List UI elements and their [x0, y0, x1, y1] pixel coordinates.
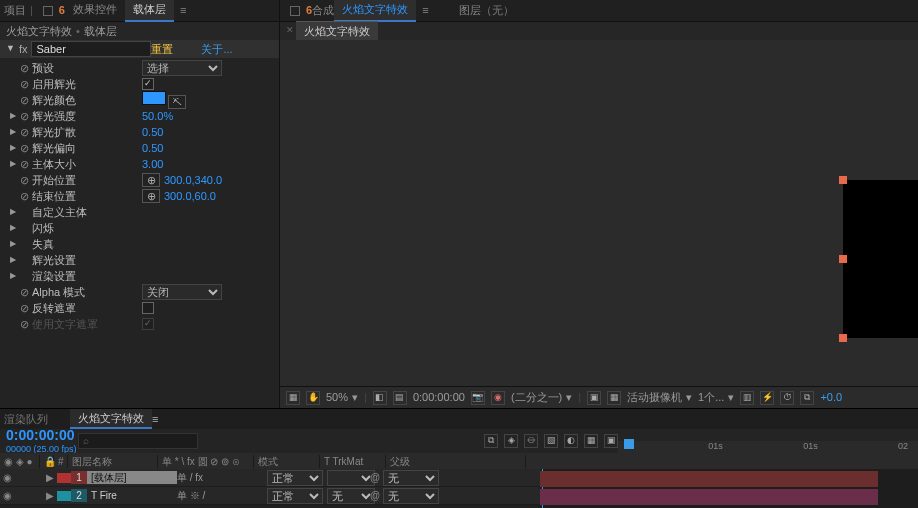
label-color[interactable]	[57, 491, 71, 501]
blend-mode[interactable]: 正常	[267, 488, 323, 504]
layer-switches[interactable]: 单 ※ /	[177, 489, 267, 502]
prop-开始位置: ⊘开始位置⊕300.0,340.0	[0, 172, 279, 188]
time-ruler[interactable]: 01s 01s 02	[618, 441, 918, 455]
comp-tab[interactable]: 火焰文字特效	[334, 0, 416, 22]
alpha-icon[interactable]: ▤	[393, 391, 407, 405]
stopwatch-icon[interactable]: ⊘	[20, 301, 32, 315]
prop-辉光设置[interactable]: ▶辉光设置	[0, 252, 279, 268]
comp-sub-tab[interactable]: 火焰文字特效	[296, 21, 378, 40]
color-well[interactable]	[142, 91, 166, 105]
exposure-value[interactable]: +0.0	[820, 390, 842, 404]
grid-icon[interactable]: ▦	[286, 391, 300, 405]
prop-label: 自定义主体	[32, 205, 142, 219]
visibility-toggle[interactable]: ◉	[0, 471, 15, 484]
panel-menu-icon[interactable]: ≡	[152, 412, 158, 426]
transparency-icon[interactable]: ▦	[607, 391, 621, 405]
layer-switches[interactable]: 单 / fx	[177, 471, 267, 484]
draft3d-icon[interactable]: ◈	[504, 434, 518, 448]
label-color[interactable]	[57, 473, 71, 483]
stopwatch-icon[interactable]: ⊘	[20, 61, 32, 75]
prop-value[interactable]: 3.00	[142, 157, 163, 171]
hand-icon[interactable]: ✋	[306, 391, 320, 405]
effect-about[interactable]: 关于...	[201, 42, 232, 56]
camera-field[interactable]: 活动摄像机▾	[627, 390, 692, 404]
prop-辉光颜色: ⊘辉光颜色⛏	[0, 92, 279, 108]
fast-preview-icon[interactable]: ⚡	[760, 391, 774, 405]
stopwatch-icon[interactable]: ⊘	[20, 173, 32, 187]
current-time-display[interactable]: 0:00:00:00	[0, 426, 64, 444]
effect-saber-header[interactable]: ▼ fx Saber 重置 关于...	[0, 40, 279, 58]
layer-name[interactable]: [载体层]	[87, 471, 177, 484]
brainstorm-icon[interactable]: ▣	[604, 434, 618, 448]
eyedropper-icon[interactable]: ⛏	[168, 95, 186, 109]
prop-value[interactable]: 关闭	[142, 284, 222, 300]
motion-blur-icon[interactable]: ◐	[564, 434, 578, 448]
pickwhip-icon[interactable]: @	[367, 471, 383, 484]
comp-viewer[interactable]	[280, 40, 918, 386]
prop-value[interactable]	[142, 302, 154, 314]
frame-blend-icon[interactable]: ▧	[544, 434, 558, 448]
panel-menu-icon[interactable]: ≡	[422, 3, 428, 17]
prop-自定义主体[interactable]: ▶自定义主体	[0, 204, 279, 220]
timeline-comp-tab[interactable]: 火焰文字特效	[70, 409, 152, 429]
position-target-icon[interactable]: ⊕	[142, 173, 160, 187]
layer-name[interactable]: T Fire	[87, 489, 177, 502]
position-target-icon[interactable]: ⊕	[142, 189, 160, 203]
timeline-tracks[interactable]	[540, 469, 918, 508]
prop-value[interactable]: 0.50	[142, 125, 163, 139]
effect-controls-tab[interactable]: 效果控件	[65, 0, 125, 22]
prop-闪烁[interactable]: ▶闪烁	[0, 220, 279, 236]
layer-search[interactable]: ⌕	[78, 433, 198, 449]
prop-value[interactable]: 0.50	[142, 141, 163, 155]
comp-mini-flow-icon[interactable]: ⧉	[484, 434, 498, 448]
stopwatch-icon[interactable]: ⊘	[20, 77, 32, 91]
cti-head[interactable]	[624, 439, 634, 449]
timeline-icon[interactable]: ⏱	[780, 391, 794, 405]
res-half-icon[interactable]: ◧	[373, 391, 387, 405]
roi-icon[interactable]: ▣	[587, 391, 601, 405]
stopwatch-icon[interactable]: ⊘	[20, 93, 32, 107]
prop-value[interactable]: 50.0%	[142, 109, 173, 123]
stopwatch-icon[interactable]: ⊘	[20, 189, 32, 203]
views-field[interactable]: 1个...▾	[698, 390, 734, 404]
layer-tab[interactable]: 载体层	[125, 0, 174, 22]
snapshot-icon[interactable]: 📷	[471, 391, 485, 405]
pickwhip-icon[interactable]: @	[367, 489, 383, 502]
stopwatch-icon[interactable]: ⊘	[20, 109, 32, 123]
channels-icon[interactable]: ◉	[491, 391, 505, 405]
blend-mode[interactable]: 正常	[267, 470, 323, 486]
hide-shy-icon[interactable]: ⦵	[524, 434, 538, 448]
visibility-toggle[interactable]: ◉	[0, 489, 15, 502]
project-tab[interactable]: 项目	[4, 3, 26, 17]
prop-渲染设置[interactable]: ▶渲染设置	[0, 268, 279, 284]
current-time[interactable]: 0:00:00:00	[413, 390, 465, 404]
comp-flow-icon[interactable]: ⧉	[800, 391, 814, 405]
prop-label: 使用文字遮罩	[32, 317, 142, 331]
prop-失真[interactable]: ▶失真	[0, 236, 279, 252]
layer-bar-1[interactable]	[540, 471, 878, 487]
resolution-field[interactable]: (二分之一)▾	[511, 390, 572, 404]
stopwatch-icon[interactable]: ⊘	[20, 157, 32, 171]
stopwatch-icon[interactable]: ⊘	[20, 317, 32, 331]
stopwatch-icon[interactable]: ⊘	[20, 141, 32, 155]
prop-label: 辉光偏向	[32, 141, 142, 155]
stopwatch-icon[interactable]: ⊘	[20, 285, 32, 299]
graph-editor-icon[interactable]: ▦	[584, 434, 598, 448]
prop-label: 辉光强度	[32, 109, 142, 123]
layer-row[interactable]: ◉▶1[载体层]单 / fx正常@无	[0, 469, 540, 487]
prop-value[interactable]: 选择	[142, 60, 222, 76]
parent-select[interactable]: 无	[383, 470, 439, 486]
panel-menu-icon[interactable]: ≡	[180, 3, 186, 17]
right-tabstrip: 6 合成 火焰文字特效 ≡ 图层 （无）	[280, 0, 918, 22]
prop-value[interactable]: ✓	[142, 78, 154, 90]
prop-label: 结束位置	[32, 189, 142, 203]
prop-value: ⛏	[142, 91, 186, 110]
effect-reset[interactable]: 重置	[151, 42, 201, 56]
layer-bar-2[interactable]	[540, 489, 878, 505]
parent-select[interactable]: 无	[383, 488, 439, 504]
stopwatch-icon[interactable]: ⊘	[20, 125, 32, 139]
zoom-field[interactable]: 50%▾	[326, 390, 358, 404]
layer-row[interactable]: ◉▶2T Fire单 ※ /正常无@无	[0, 487, 540, 505]
pixel-aspect-icon[interactable]: ▥	[740, 391, 754, 405]
render-queue-tab[interactable]: 渲染队列	[4, 412, 48, 426]
